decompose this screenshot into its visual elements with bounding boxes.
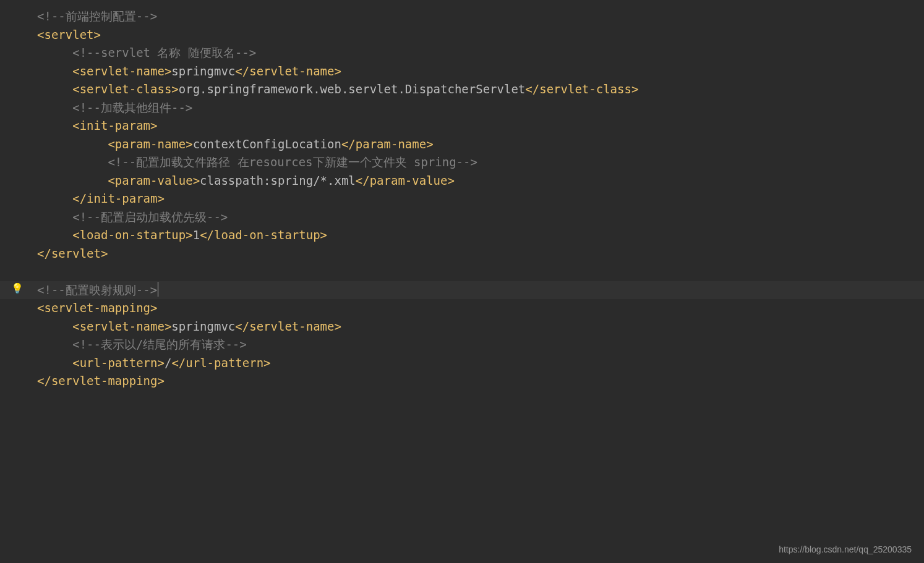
lightbulb-icon[interactable]: 💡 [11,281,24,297]
xml-text: springmvc [171,64,235,78]
code-line[interactable]: <url-pattern>/</url-pattern> [0,354,924,373]
code-line[interactable] [0,263,924,281]
xml-text: / [165,356,171,370]
code-line[interactable]: <param-value>classpath:spring/*.xml</par… [0,172,924,190]
xml-comment: <!--加载其他组件--> [72,101,192,114]
code-line[interactable]: <servlet-class>org.springframework.web.s… [0,80,924,99]
code-line[interactable]: </init-param> [0,190,924,208]
xml-tag: </servlet-mapping> [37,374,165,387]
xml-comment: <!--表示以/结尾的所有请求--> [72,337,247,351]
code-line[interactable]: <!--配置启动加载优先级--> [0,208,924,227]
xml-tag: <init-param> [72,119,157,132]
code-line[interactable]: <!--servlet 名称 随便取名--> [0,44,924,62]
code-line[interactable]: <load-on-startup>1</load-on-startup> [0,226,924,245]
xml-tag: <servlet-mapping> [37,301,157,315]
xml-tag: <load-on-startup> [72,228,192,242]
watermark-text: https://blog.csdn.net/qq_25200335 [779,543,912,557]
code-line[interactable]: <param-name>contextConfigLocation</param… [0,135,924,154]
xml-tag: <servlet> [37,28,101,41]
code-line[interactable]: <!--表示以/结尾的所有请求--> [0,336,924,354]
xml-text: springmvc [171,320,235,333]
xml-tag: <param-name> [108,137,192,151]
xml-tag: </url-pattern> [171,356,270,370]
xml-tag: <servlet-name> [72,320,171,333]
code-line-active[interactable]: 💡<!--配置映射规则--> [0,281,924,300]
code-line[interactable]: <!--前端控制配置--> [0,7,924,26]
xml-text: org.springframework.web.servlet.Dispatch… [179,82,526,96]
code-line[interactable]: <!--配置加载文件路径 在resources下新建一个文件夹 spring--… [0,153,924,172]
xml-comment: <!--配置映射规则--> [37,283,157,297]
xml-comment: <!--前端控制配置--> [37,9,157,23]
xml-comment: <!--servlet 名称 随便取名--> [72,46,256,59]
xml-comment: <!--配置加载文件路径 在resources下新建一个文件夹 spring--… [108,155,477,169]
xml-tag: <url-pattern> [72,356,165,370]
xml-text: contextConfigLocation [193,137,341,151]
code-line[interactable]: <!--加载其他组件--> [0,99,924,117]
xml-tag: </init-param> [72,192,165,205]
code-line[interactable]: <init-param> [0,117,924,135]
xml-text: 1 [193,228,200,242]
code-line[interactable]: <servlet-name>springmvc</servlet-name> [0,62,924,81]
xml-comment: <!--配置启动加载优先级--> [72,210,228,224]
code-line[interactable]: <servlet> [0,26,924,44]
xml-text: classpath:spring/*.xml [200,174,356,187]
xml-tag: </param-value> [356,174,455,187]
code-line[interactable]: <servlet-mapping> [0,299,924,318]
code-line[interactable]: </servlet> [0,245,924,263]
code-editor[interactable]: <!--前端控制配置--> <servlet> <!--servlet 名称 随… [0,0,924,391]
xml-tag: </servlet-class> [525,82,638,96]
xml-tag: </servlet> [37,247,108,260]
xml-tag: <servlet-name> [72,64,171,78]
xml-tag: </load-on-startup> [200,228,327,242]
xml-tag: </servlet-name> [235,320,341,333]
xml-tag: </servlet-name> [235,64,341,78]
code-line[interactable]: </servlet-mapping> [0,372,924,391]
code-line[interactable]: <servlet-name>springmvc</servlet-name> [0,318,924,336]
xml-tag: </param-name> [341,137,434,151]
xml-tag: <servlet-class> [72,82,179,96]
xml-tag: <param-value> [108,174,200,187]
text-caret [158,282,158,297]
